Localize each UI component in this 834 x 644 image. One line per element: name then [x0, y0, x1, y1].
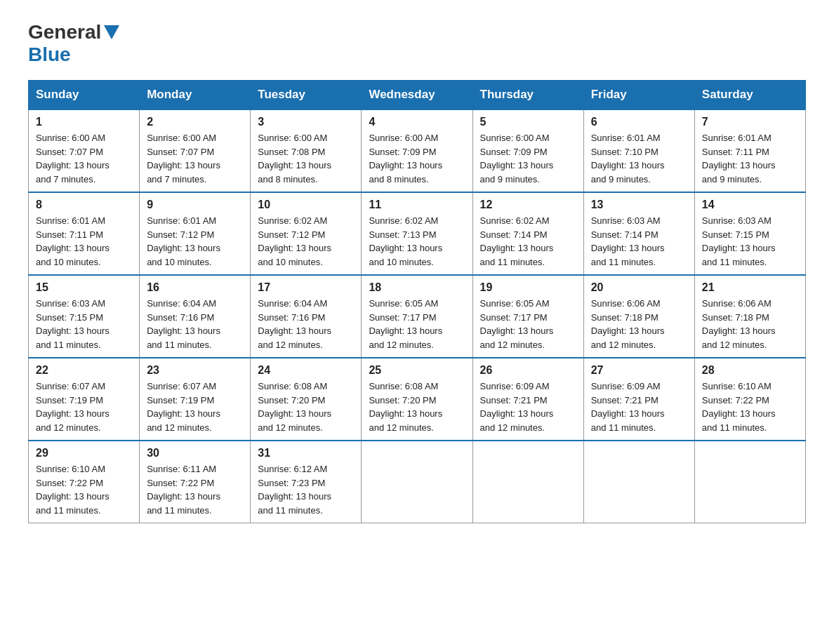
calendar-cell-2-4: 19Sunrise: 6:05 AMSunset: 7:17 PMDayligh… [472, 275, 583, 358]
logo-text-row: General [28, 21, 119, 43]
day-number: 26 [480, 364, 576, 377]
header-monday: Monday [140, 81, 251, 110]
day-info: Sunrise: 6:05 AMSunset: 7:17 PMDaylight:… [369, 297, 465, 351]
calendar-table: SundayMondayTuesdayWednesdayThursdayFrid… [28, 80, 806, 523]
calendar-cell-0-0: 1Sunrise: 6:00 AMSunset: 7:07 PMDaylight… [29, 109, 140, 192]
day-number: 30 [147, 447, 243, 459]
day-number: 3 [258, 116, 354, 128]
day-number: 24 [258, 364, 354, 377]
day-number: 2 [147, 116, 243, 128]
calendar-cell-3-3: 25Sunrise: 6:08 AMSunset: 7:20 PMDayligh… [362, 358, 472, 441]
day-info: Sunrise: 6:07 AMSunset: 7:19 PMDaylight:… [36, 380, 132, 434]
day-number: 11 [369, 199, 465, 211]
calendar-cell-4-5 [583, 441, 694, 523]
calendar-cell-4-0: 29Sunrise: 6:10 AMSunset: 7:22 PMDayligh… [29, 441, 140, 523]
calendar-cell-1-3: 11Sunrise: 6:02 AMSunset: 7:13 PMDayligh… [362, 192, 472, 275]
header-saturday: Saturday [694, 81, 805, 110]
week-row-5: 29Sunrise: 6:10 AMSunset: 7:22 PMDayligh… [29, 441, 806, 523]
day-info: Sunrise: 6:02 AMSunset: 7:13 PMDaylight:… [369, 214, 465, 269]
day-number: 13 [591, 199, 687, 211]
day-number: 20 [591, 281, 687, 294]
day-info: Sunrise: 6:01 AMSunset: 7:11 PMDaylight:… [36, 214, 132, 269]
day-info: Sunrise: 6:00 AMSunset: 7:07 PMDaylight:… [36, 131, 132, 186]
day-number: 25 [369, 364, 465, 377]
calendar-cell-4-6 [694, 441, 805, 523]
calendar-cell-4-3 [362, 441, 472, 523]
day-info: Sunrise: 6:07 AMSunset: 7:19 PMDaylight:… [147, 380, 243, 434]
day-info: Sunrise: 6:09 AMSunset: 7:21 PMDaylight:… [591, 380, 687, 434]
day-info: Sunrise: 6:04 AMSunset: 7:16 PMDaylight:… [258, 297, 354, 351]
day-info: Sunrise: 6:05 AMSunset: 7:17 PMDaylight:… [480, 297, 576, 351]
calendar-cell-2-0: 15Sunrise: 6:03 AMSunset: 7:15 PMDayligh… [29, 275, 140, 358]
calendar-cell-3-1: 23Sunrise: 6:07 AMSunset: 7:19 PMDayligh… [140, 358, 251, 441]
calendar-cell-4-1: 30Sunrise: 6:11 AMSunset: 7:22 PMDayligh… [140, 441, 251, 523]
calendar-cell-0-2: 3Sunrise: 6:00 AMSunset: 7:08 PMDaylight… [251, 109, 362, 192]
day-info: Sunrise: 6:00 AMSunset: 7:08 PMDaylight:… [258, 131, 354, 186]
calendar-cell-2-1: 16Sunrise: 6:04 AMSunset: 7:16 PMDayligh… [140, 275, 251, 358]
day-number: 22 [36, 364, 132, 377]
day-number: 1 [36, 116, 132, 128]
day-number: 29 [36, 447, 132, 459]
week-row-4: 22Sunrise: 6:07 AMSunset: 7:19 PMDayligh… [29, 358, 806, 441]
calendar-cell-2-2: 17Sunrise: 6:04 AMSunset: 7:16 PMDayligh… [251, 275, 362, 358]
calendar-cell-0-4: 5Sunrise: 6:00 AMSunset: 7:09 PMDaylight… [472, 109, 583, 192]
day-info: Sunrise: 6:10 AMSunset: 7:22 PMDaylight:… [36, 462, 132, 517]
calendar-cell-1-2: 10Sunrise: 6:02 AMSunset: 7:12 PMDayligh… [251, 192, 362, 275]
day-number: 8 [36, 199, 132, 211]
day-number: 10 [258, 199, 354, 211]
calendar-cell-1-4: 12Sunrise: 6:02 AMSunset: 7:14 PMDayligh… [472, 192, 583, 275]
week-row-1: 1Sunrise: 6:00 AMSunset: 7:07 PMDaylight… [29, 109, 806, 192]
calendar-cell-2-6: 21Sunrise: 6:06 AMSunset: 7:18 PMDayligh… [694, 275, 805, 358]
header-friday: Friday [583, 81, 694, 110]
day-info: Sunrise: 6:09 AMSunset: 7:21 PMDaylight:… [480, 380, 576, 434]
day-info: Sunrise: 6:02 AMSunset: 7:14 PMDaylight:… [480, 214, 576, 269]
header-wednesday: Wednesday [362, 81, 472, 110]
calendar-cell-1-6: 14Sunrise: 6:03 AMSunset: 7:15 PMDayligh… [694, 192, 805, 275]
week-row-3: 15Sunrise: 6:03 AMSunset: 7:15 PMDayligh… [29, 275, 806, 358]
calendar-cell-0-6: 7Sunrise: 6:01 AMSunset: 7:11 PMDaylight… [694, 109, 805, 192]
calendar-cell-3-0: 22Sunrise: 6:07 AMSunset: 7:19 PMDayligh… [29, 358, 140, 441]
day-number: 14 [702, 199, 798, 211]
logo-blue-text: Blue [28, 43, 71, 66]
day-info: Sunrise: 6:11 AMSunset: 7:22 PMDaylight:… [147, 462, 243, 517]
day-info: Sunrise: 6:01 AMSunset: 7:10 PMDaylight:… [591, 131, 687, 186]
day-number: 15 [36, 281, 132, 294]
day-info: Sunrise: 6:10 AMSunset: 7:22 PMDaylight:… [702, 380, 798, 434]
day-info: Sunrise: 6:02 AMSunset: 7:12 PMDaylight:… [258, 214, 354, 269]
day-info: Sunrise: 6:08 AMSunset: 7:20 PMDaylight:… [258, 380, 354, 434]
header-tuesday: Tuesday [251, 81, 362, 110]
day-number: 5 [480, 116, 576, 128]
day-number: 4 [369, 116, 465, 128]
calendar-cell-1-5: 13Sunrise: 6:03 AMSunset: 7:14 PMDayligh… [583, 192, 694, 275]
calendar-cell-3-2: 24Sunrise: 6:08 AMSunset: 7:20 PMDayligh… [251, 358, 362, 441]
day-info: Sunrise: 6:00 AMSunset: 7:07 PMDaylight:… [147, 131, 243, 186]
day-info: Sunrise: 6:03 AMSunset: 7:15 PMDaylight:… [36, 297, 132, 351]
day-number: 9 [147, 199, 243, 211]
day-info: Sunrise: 6:01 AMSunset: 7:12 PMDaylight:… [147, 214, 243, 269]
day-number: 17 [258, 281, 354, 294]
calendar-cell-3-6: 28Sunrise: 6:10 AMSunset: 7:22 PMDayligh… [694, 358, 805, 441]
calendar-cell-3-4: 26Sunrise: 6:09 AMSunset: 7:21 PMDayligh… [472, 358, 583, 441]
calendar-cell-4-2: 31Sunrise: 6:12 AMSunset: 7:23 PMDayligh… [251, 441, 362, 523]
calendar-cell-0-1: 2Sunrise: 6:00 AMSunset: 7:07 PMDaylight… [140, 109, 251, 192]
calendar-cell-1-0: 8Sunrise: 6:01 AMSunset: 7:11 PMDaylight… [29, 192, 140, 275]
calendar-cell-0-3: 4Sunrise: 6:00 AMSunset: 7:09 PMDaylight… [362, 109, 472, 192]
day-info: Sunrise: 6:00 AMSunset: 7:09 PMDaylight:… [369, 131, 465, 186]
header-thursday: Thursday [472, 81, 583, 110]
day-number: 31 [258, 447, 354, 459]
day-number: 7 [702, 116, 798, 128]
calendar-header-row: SundayMondayTuesdayWednesdayThursdayFrid… [29, 81, 806, 110]
calendar-cell-4-4 [472, 441, 583, 523]
day-number: 23 [147, 364, 243, 377]
day-info: Sunrise: 6:03 AMSunset: 7:15 PMDaylight:… [702, 214, 798, 269]
logo-triangle-icon [104, 25, 119, 39]
day-info: Sunrise: 6:03 AMSunset: 7:14 PMDaylight:… [591, 214, 687, 269]
header-sunday: Sunday [29, 81, 140, 110]
week-row-2: 8Sunrise: 6:01 AMSunset: 7:11 PMDaylight… [29, 192, 806, 275]
day-number: 18 [369, 281, 465, 294]
day-info: Sunrise: 6:00 AMSunset: 7:09 PMDaylight:… [480, 131, 576, 186]
day-info: Sunrise: 6:01 AMSunset: 7:11 PMDaylight:… [702, 131, 798, 186]
day-number: 21 [702, 281, 798, 294]
calendar-cell-2-3: 18Sunrise: 6:05 AMSunset: 7:17 PMDayligh… [362, 275, 472, 358]
day-number: 16 [147, 281, 243, 294]
